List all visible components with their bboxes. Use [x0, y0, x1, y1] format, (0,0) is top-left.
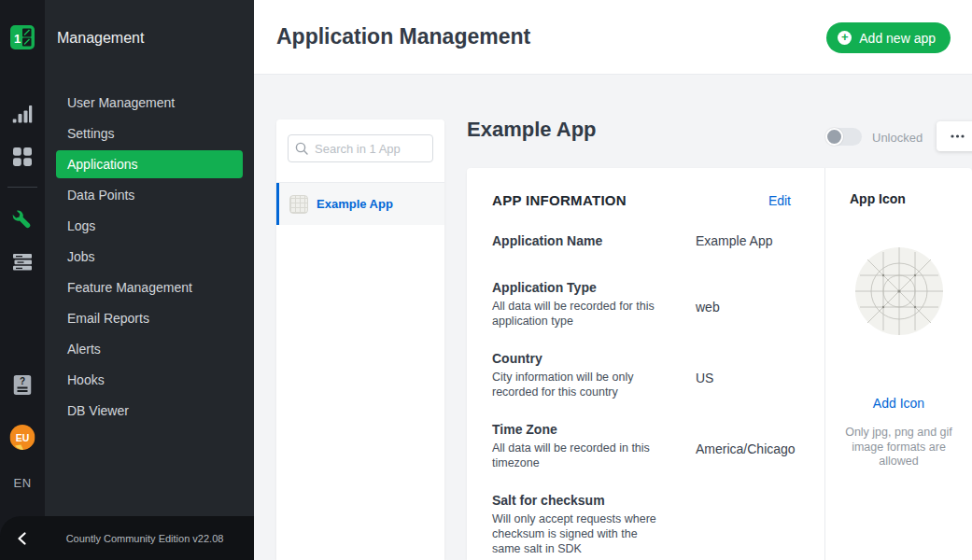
- app-detail-title: Example App: [467, 118, 597, 142]
- sidebar-item-hooks[interactable]: Hooks: [56, 366, 243, 394]
- app-icon-panel: App Icon Add Icon Only jpg, png and gif …: [825, 168, 972, 560]
- field-description: Will only accept requests where checksum…: [492, 511, 662, 556]
- more-options-button[interactable]: [937, 121, 972, 151]
- field-label: Salt for checksum: [492, 492, 696, 510]
- sidebar-item-alerts[interactable]: Alerts: [56, 335, 243, 363]
- sidebar-title: Management: [57, 30, 254, 47]
- lock-toggle[interactable]: [825, 128, 862, 146]
- sidebar-item-feature-management[interactable]: Feature Management: [56, 273, 243, 301]
- app-icon-title: App Icon: [850, 191, 906, 206]
- management-wrench-icon[interactable]: [12, 210, 33, 234]
- sidebar-item-logs[interactable]: Logs: [56, 212, 243, 240]
- icon-format-note: Only jpg, png and gif image formats are …: [838, 426, 960, 469]
- field-description: All data will be recorded for this appli…: [492, 299, 662, 329]
- field-application-name: Application Name Example App: [492, 232, 791, 250]
- lock-toggle-knob: [825, 128, 843, 146]
- sidebar-item-email-reports[interactable]: Email Reports: [56, 304, 243, 332]
- apps-grid-icon[interactable]: [13, 147, 32, 170]
- sidebar-item-db-viewer[interactable]: DB Viewer: [56, 397, 243, 425]
- field-value: US: [696, 350, 713, 399]
- sidebar-item-jobs[interactable]: Jobs: [56, 243, 243, 271]
- page-header: Application Management + Add new app: [254, 0, 972, 75]
- field-label: Application Type: [492, 279, 696, 297]
- sidebar-item-user-management[interactable]: User Management: [56, 89, 243, 117]
- app-thumbnail-icon: [289, 195, 308, 214]
- countly-logo-icon[interactable]: 1: [10, 25, 35, 53]
- field-salt-for-checksum: Salt for checksum Will only accept reque…: [492, 492, 791, 556]
- collapse-sidebar-button[interactable]: [0, 532, 45, 545]
- app-icon-placeholder: [854, 246, 944, 340]
- svg-text:1: 1: [14, 32, 21, 46]
- rail-divider: [7, 187, 37, 188]
- management-sidebar: Management User Management Settings Appl…: [45, 0, 254, 560]
- field-time-zone: Time Zone All data will be recorded in t…: [492, 421, 791, 470]
- app-list-item-label: Example App: [317, 197, 393, 211]
- chevron-left-icon: [16, 532, 29, 545]
- section-title: APP INFORMATION: [492, 192, 627, 208]
- add-new-app-button[interactable]: + Add new app: [826, 22, 951, 53]
- app-information-section: APP INFORMATION Edit Application Name Ex…: [467, 168, 825, 560]
- sidebar-footer: Countly Community Edition v22.08: [0, 516, 254, 560]
- app-information-card: APP INFORMATION Edit Application Name Ex…: [467, 168, 972, 560]
- help-icon[interactable]: ?: [14, 375, 32, 399]
- database-server-icon[interactable]: [13, 254, 32, 274]
- app-list-item-example-app[interactable]: Example App: [276, 183, 444, 225]
- field-value: Example App: [696, 232, 773, 250]
- sidebar-nav: User Management Settings Applications Da…: [45, 86, 254, 427]
- sidebar-item-settings[interactable]: Settings: [56, 119, 243, 147]
- field-description: City information will be only recorded f…: [492, 370, 662, 399]
- add-icon-link[interactable]: Add Icon: [873, 396, 924, 411]
- svg-text:?: ?: [20, 376, 25, 386]
- app-detail-header: Example App Unlocked: [467, 112, 972, 168]
- page-title: Application Management: [276, 24, 530, 49]
- version-label: Countly Community Edition v22.08: [45, 533, 254, 544]
- ellipsis-icon: [951, 134, 965, 138]
- field-application-type: Application Type All data will be record…: [492, 279, 791, 329]
- field-label: Country: [492, 350, 696, 368]
- app-list-panel: Example App: [276, 119, 444, 560]
- sidebar-item-data-points[interactable]: Data Points: [56, 181, 243, 209]
- language-selector[interactable]: EN: [13, 476, 31, 490]
- avatar-initials: EU: [16, 432, 30, 443]
- field-value: America/Chicago: [696, 421, 796, 470]
- field-value: web: [696, 279, 720, 329]
- field-description: All data will be recorded in this timezo…: [492, 441, 662, 470]
- search-icon: [295, 142, 308, 155]
- field-label: Time Zone: [492, 421, 696, 439]
- plus-circle-icon: +: [838, 31, 852, 45]
- lock-state-label: Unlocked: [872, 131, 923, 145]
- field-country: Country City information will be only re…: [492, 350, 791, 399]
- app-search-input[interactable]: [288, 134, 433, 162]
- sidebar-item-applications[interactable]: Applications: [56, 150, 243, 178]
- icon-rail: 1: [0, 0, 45, 560]
- edit-link[interactable]: Edit: [768, 193, 791, 208]
- analytics-bar-chart-icon[interactable]: [13, 105, 33, 127]
- field-label: Application Name: [492, 232, 696, 250]
- app-search-wrap: [276, 119, 444, 183]
- user-avatar[interactable]: EU: [10, 425, 35, 454]
